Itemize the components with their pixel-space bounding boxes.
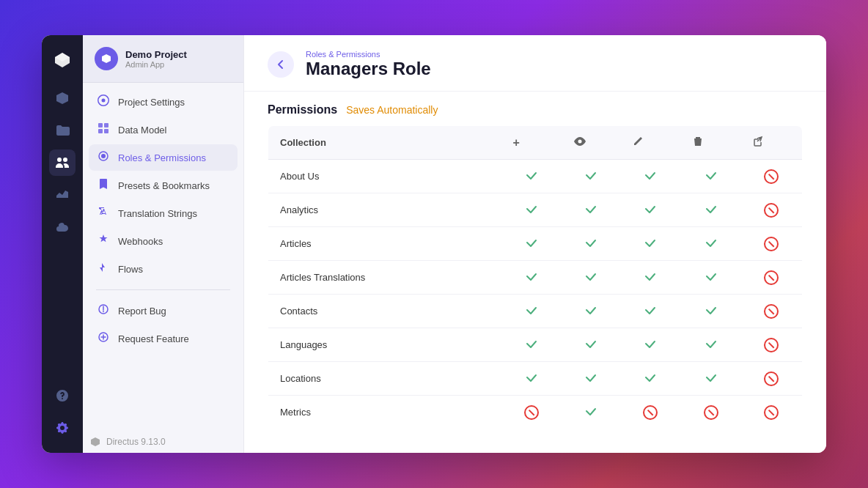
cell-read[interactable] [562,193,619,227]
sidebar-item-report-bug[interactable]: Report Bug [89,297,238,324]
sidebar-version: Directus 9.13.0 [83,431,243,453]
cell-delete[interactable] [680,295,741,328]
svg-rect-1 [104,123,108,127]
sidebar-item-translation-strings[interactable]: Translation Strings [89,200,238,226]
project-settings-icon [96,95,111,109]
sidebar-divider [96,289,230,290]
cell-update[interactable] [620,261,681,295]
cell-update[interactable] [620,328,681,362]
cell-delete[interactable] [680,193,741,227]
cell-share[interactable] [741,362,803,396]
collection-name: Languages [268,328,501,362]
sidebar-header[interactable]: Demo Project Admin App [83,35,243,83]
table-row: Articles Translations [268,261,803,295]
check-icon [584,236,597,249]
block-icon [764,169,779,184]
main-header: Roles & Permissions Managers Role [244,35,826,92]
cell-share[interactable] [741,328,803,362]
check-icon [705,236,718,249]
check-icon [705,270,718,283]
cell-share[interactable] [741,193,803,227]
cell-read[interactable] [562,328,619,362]
sidebar-item-flows[interactable]: Flows [89,256,238,282]
cell-read[interactable] [562,362,619,396]
cell-share[interactable] [741,295,803,328]
cell-create[interactable] [501,396,562,429]
check-icon [525,202,538,215]
cell-read[interactable] [562,396,619,429]
rail-icon-help[interactable] [49,382,76,409]
app-logo[interactable] [49,47,76,73]
cell-create[interactable] [501,160,562,193]
cell-create[interactable] [501,227,562,261]
sidebar-item-roles-permissions[interactable]: Roles & Permissions [89,144,238,171]
cell-create[interactable] [501,328,562,362]
table-row: Analytics [268,193,803,227]
svg-rect-3 [104,129,108,133]
cell-share[interactable] [741,227,803,261]
breadcrumb: Roles & Permissions [306,50,431,59]
check-icon [644,337,657,350]
check-icon [705,337,718,350]
sidebar-item-presets-bookmarks[interactable]: Presets & Bookmarks [89,172,238,199]
icon-rail [42,35,83,453]
back-button[interactable] [268,51,294,78]
cell-create[interactable] [501,261,562,295]
cell-share[interactable] [741,160,803,193]
check-icon [584,337,597,350]
sidebar-item-request-feature[interactable]: Request Feature [89,325,238,352]
permissions-label: Permissions [268,103,337,117]
cell-delete[interactable] [680,160,741,193]
cell-delete[interactable] [680,396,741,429]
check-icon [644,202,657,215]
cell-read[interactable] [562,227,619,261]
data-model-icon [96,122,111,137]
check-icon [584,404,597,418]
delete-icon [692,138,704,149]
check-icon [584,371,597,384]
check-icon [525,371,538,384]
cell-read[interactable] [562,160,619,193]
update-icon [632,138,644,149]
cell-delete[interactable] [680,362,741,396]
rail-icon-analytics[interactable] [49,182,76,208]
rail-icon-folder[interactable] [49,117,76,144]
rail-icon-settings[interactable] [49,415,76,441]
check-icon [584,270,597,283]
col-header-delete [680,126,741,160]
permissions-bar: Permissions Saves Automatically [244,92,826,125]
collection-name: About Us [268,160,501,193]
cell-create[interactable] [501,295,562,328]
cell-update[interactable] [620,193,681,227]
presets-bookmarks-icon [96,178,111,193]
cell-share[interactable] [741,396,803,429]
cell-share[interactable] [741,261,803,295]
cell-create[interactable] [501,193,562,227]
cell-update[interactable] [620,227,681,261]
sidebar-item-data-model[interactable]: Data Model [89,117,238,143]
rail-icon-users[interactable] [49,149,76,176]
col-header-read [562,126,619,160]
check-icon [644,169,657,182]
sidebar-item-webhooks[interactable]: Webhooks [89,228,238,254]
rail-icon-cloud[interactable] [49,214,76,240]
check-icon [644,303,657,317]
cell-delete[interactable] [680,261,741,295]
cell-read[interactable] [562,261,619,295]
svg-rect-2 [98,129,103,133]
cell-update[interactable] [620,295,681,328]
cell-read[interactable] [562,295,619,328]
cell-delete[interactable] [680,328,741,362]
cell-update[interactable] [620,396,681,429]
table-row: Locations [268,362,803,396]
cell-update[interactable] [620,160,681,193]
sidebar-item-project-settings[interactable]: Project Settings [89,89,238,115]
cell-update[interactable] [620,362,681,396]
collection-name: Metrics [268,396,501,429]
cell-create[interactable] [501,362,562,396]
cell-delete[interactable] [680,227,741,261]
table-row: Metrics [268,396,803,429]
rail-icon-cube[interactable] [49,85,76,111]
check-icon [705,169,718,182]
block-icon [764,304,779,319]
